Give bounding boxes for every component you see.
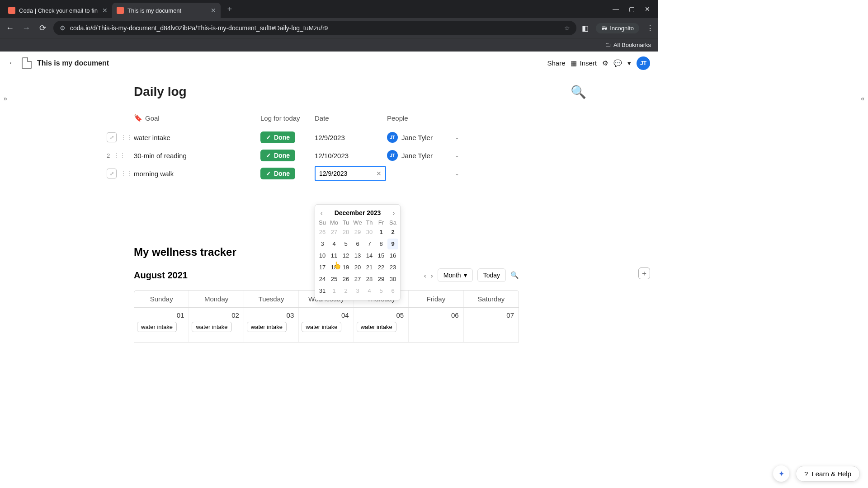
goal-cell[interactable]: water intake [134,134,260,141]
calendar-day[interactable]: 2 [340,286,351,296]
goal-cell[interactable]: 30-min of reading [134,152,260,160]
calendar-day[interactable]: 26 [340,274,351,285]
chevron-down-icon[interactable]: ⌄ [455,152,459,159]
calendar-day[interactable]: 17 [317,262,328,273]
chevron-down-icon[interactable]: ▾ [627,59,631,67]
today-button[interactable]: Today [477,268,506,282]
done-button[interactable]: ✓ Done [260,150,295,161]
event-chip[interactable]: water intake [247,322,287,332]
new-tab-button[interactable]: + [223,3,236,15]
calendar-day[interactable]: 31 [317,286,328,296]
calendar-day[interactable]: 30 [387,274,398,285]
star-icon[interactable]: ☆ [564,24,570,32]
date-input-field[interactable] [319,170,364,177]
col-goal[interactable]: Goal [145,114,160,122]
event-chip[interactable]: water intake [137,322,177,332]
calendar-day[interactable]: 12 [340,250,351,261]
calendar-day[interactable]: 28 [340,227,351,238]
calendar-day[interactable]: 6 [352,239,363,249]
drag-handle-icon[interactable]: ⋮⋮ [120,170,132,177]
next-month-icon[interactable]: › [393,210,395,216]
chevron-down-icon[interactable]: ⌄ [455,134,459,141]
calendar-day[interactable]: 30 [364,227,375,238]
table-row[interactable]: ⤢⋮⋮water intake✓ Done12/9/2023JTJane Tyl… [134,128,459,146]
done-button[interactable]: ✓ Done [260,131,295,143]
calendar-day[interactable]: 3 [317,239,328,249]
calendar-day[interactable]: 8 [376,239,387,249]
drag-handle-icon[interactable]: ⋮⋮ [120,134,132,141]
maximize-icon[interactable]: ▢ [629,5,635,13]
drag-handle-icon[interactable]: ⋮⋮ [113,152,125,159]
side-panel-icon[interactable]: ◧ [582,24,589,33]
calendar-day[interactable]: 22 [376,262,387,273]
expand-row-icon[interactable]: ⤢ [107,132,117,142]
goal-cell[interactable]: morning walk [134,170,260,178]
calendar-day[interactable]: 5 [340,239,351,249]
calendar-day[interactable]: 29 [352,227,363,238]
calendar-day[interactable]: 26 [317,227,328,238]
calendar-cell[interactable]: 07 [464,308,519,342]
view-selector[interactable]: Month▾ [438,268,473,282]
col-date[interactable]: Date [315,114,387,122]
url-field[interactable]: ⚙ coda.io/d/This-is-my-document_d84lv0Zi… [53,21,576,35]
next-month-icon[interactable]: › [431,272,433,279]
expand-row-icon[interactable]: ⤢ [107,169,117,178]
calendar-cell[interactable]: 06 [409,308,463,342]
calendar-day[interactable]: 3 [352,286,363,296]
picker-month[interactable]: December 2023 [335,209,381,216]
date-cell[interactable]: 12/9/2023 [315,134,387,141]
table-row[interactable]: 2⋮⋮30-min of reading✓ Done12/10/2023JTJa… [134,146,459,164]
all-bookmarks-button[interactable]: 🗀 All Bookmarks [605,42,651,48]
share-button[interactable]: Share [547,59,565,67]
table-row[interactable]: ⤢⋮⋮morning walk✓ Done✕⌄ [134,164,459,183]
minimize-icon[interactable]: — [613,5,619,13]
event-chip[interactable]: water intake [192,322,231,332]
people-cell[interactable]: JTJane Tyler⌄ [387,132,459,143]
calendar-day[interactable]: 28 [364,274,375,285]
calendar-day[interactable]: 24 [317,274,328,285]
calendar-cell[interactable]: 03water intake [244,308,299,342]
comments-icon[interactable]: 💬 [613,59,622,67]
calendar-day[interactable]: 23 [387,262,398,273]
add-row-button[interactable]: ＋ [638,267,650,279]
calendar-day[interactable]: 20 [352,262,363,273]
calendar-day[interactable]: 5 [376,286,387,296]
col-log[interactable]: Log for today [260,114,315,122]
back-icon[interactable]: ← [5,23,15,33]
calendar-day[interactable]: 9 [387,239,398,249]
calendar-cell[interactable]: 02water intake [189,308,244,342]
close-window-icon[interactable]: ✕ [645,5,650,13]
overflow-icon[interactable]: ⋮ [646,24,654,33]
calendar-day[interactable]: 4 [364,286,375,296]
calendar-day[interactable]: 10 [317,250,328,261]
reload-icon[interactable]: ⟳ [37,23,48,33]
people-cell[interactable]: JTJane Tyler⌄ [387,150,459,161]
calendar-day[interactable]: 16 [387,250,398,261]
browser-tab[interactable]: Coda | Check your email to fin ✕ [4,3,112,18]
date-cell[interactable]: 12/10/2023 [315,152,387,160]
back-button[interactable]: ← [8,58,16,68]
event-chip[interactable]: water intake [357,322,396,332]
search-icon[interactable]: 🔍 [510,271,519,279]
done-button[interactable]: ✓ Done [260,168,295,179]
people-cell[interactable]: ⌄ [387,170,459,177]
prev-month-icon[interactable]: ‹ [321,210,322,216]
calendar-day[interactable]: 27 [352,274,363,285]
calendar-day[interactable]: 19 [340,262,351,273]
calendar-cell[interactable]: 04water intake [299,308,354,342]
calendar-day[interactable]: 29 [376,274,387,285]
clear-icon[interactable]: ✕ [376,170,382,177]
calendar-day[interactable]: 4 [329,239,340,249]
close-icon[interactable]: ✕ [211,7,216,14]
calendar-day[interactable]: 21 [364,262,375,273]
calendar-cell[interactable]: 05water intake [354,308,409,342]
calendar-cell[interactable]: 01water intake [134,308,189,342]
calendar-day[interactable]: 15 [376,250,387,261]
gear-icon[interactable]: ⚙ [602,59,608,67]
chevron-down-icon[interactable]: ⌄ [455,170,459,177]
close-icon[interactable]: ✕ [102,7,108,14]
calendar-day[interactable]: 14 [364,250,375,261]
calendar-day[interactable]: 1 [376,227,387,238]
prev-month-icon[interactable]: ‹ [424,272,426,279]
forward-icon[interactable]: → [21,23,32,33]
